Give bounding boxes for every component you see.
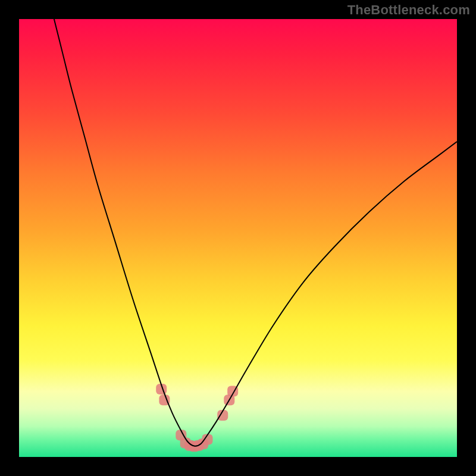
bottleneck-curve [54, 19, 457, 446]
watermark-text: TheBottleneck.com [347, 2, 470, 18]
chart-frame: TheBottleneck.com [0, 0, 476, 476]
curve-layer [19, 19, 457, 457]
plot-area [19, 19, 457, 457]
trough-marker-group [156, 384, 238, 452]
